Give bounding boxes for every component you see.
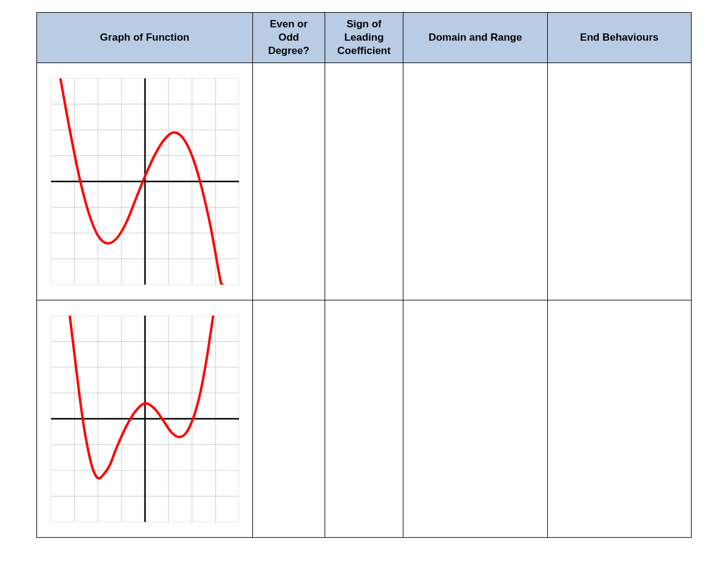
curve [70, 316, 213, 478]
domain-cell[interactable] [403, 63, 547, 300]
table-row [37, 300, 692, 538]
function-graph [51, 316, 239, 522]
graph-cell [37, 300, 253, 538]
function-graph [51, 78, 239, 285]
header-sign: Sign ofLeadingCoefficient [325, 13, 403, 63]
domain-cell[interactable] [403, 300, 547, 538]
sign-cell[interactable] [325, 300, 403, 538]
header-end: End Behaviours [547, 13, 691, 63]
end-cell[interactable] [547, 300, 691, 538]
degree-cell[interactable] [253, 63, 325, 300]
header-domain: Domain and Range [403, 13, 547, 63]
graph-cell [37, 63, 253, 300]
sign-cell[interactable] [325, 63, 403, 300]
header-degree: Even orOddDegree? [253, 13, 325, 63]
header-row: Graph of Function Even orOddDegree? Sign… [37, 13, 692, 63]
degree-cell[interactable] [253, 300, 325, 538]
header-graph: Graph of Function [37, 13, 253, 63]
worksheet-table: Graph of Function Even orOddDegree? Sign… [36, 12, 692, 538]
table-row [37, 63, 692, 300]
end-cell[interactable] [547, 63, 691, 300]
